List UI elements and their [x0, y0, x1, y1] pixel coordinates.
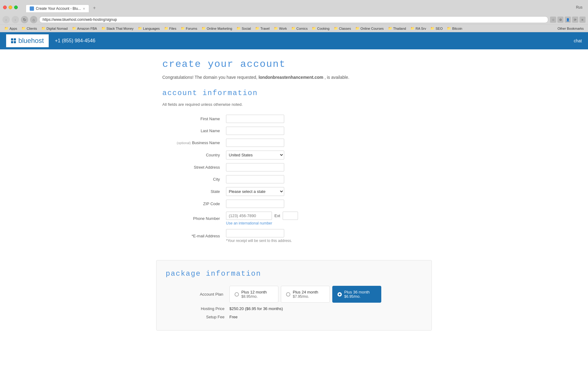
bookmark-label: Clients	[27, 27, 37, 30]
bookmark-seo[interactable]: 📁 SEO	[428, 26, 444, 31]
setup-fee-row: Setup Fee Free	[166, 313, 422, 321]
email-label: *E-mail Address	[162, 227, 224, 245]
new-tab-button[interactable]: +	[90, 4, 99, 12]
other-bookmarks-label: Other Bookmarks	[557, 27, 584, 30]
bookmark-files[interactable]: 📁 Files	[162, 26, 178, 31]
first-name-row: First Name	[162, 113, 426, 125]
street-address-input[interactable]	[226, 163, 284, 171]
reload-button[interactable]: ↻	[21, 16, 28, 23]
city-label: City	[162, 173, 224, 185]
bookmark-thailand[interactable]: 📁 Thailand	[386, 26, 408, 31]
email-row: *E-mail Address *Your receipt will be se…	[162, 227, 426, 245]
ext-input[interactable]	[283, 212, 298, 220]
folder-icon: 📁	[101, 26, 106, 30]
forward-button[interactable]: ›	[12, 16, 19, 23]
active-tab[interactable]: Create Your Account - Blu... ✕	[26, 5, 89, 12]
folder-icon: 📁	[312, 26, 316, 30]
bookmark-bitcoin[interactable]: 📁 Bitcoin	[445, 26, 464, 31]
sync-icon[interactable]: ⟳	[572, 17, 578, 23]
bookmark-forums[interactable]: 📁 Forums	[179, 26, 199, 31]
back-button[interactable]: ‹	[2, 16, 10, 23]
plan-name-24: Plus 24 month	[293, 290, 318, 294]
maximize-button[interactable]	[14, 6, 18, 9]
bookmark-clients[interactable]: 📁 Clients	[20, 26, 39, 31]
first-name-input[interactable]	[226, 115, 284, 123]
hosting-price-note: ($6.95 for 36 months)	[245, 306, 283, 311]
bookmark-amazon-fba[interactable]: 📁 Amazon FBA	[70, 26, 99, 31]
bookmark-languages[interactable]: 📁 Languages	[136, 26, 161, 31]
hosting-price-amount: $250.20 ($6.95 for 36 months)	[229, 306, 283, 311]
address-input[interactable]	[39, 16, 548, 23]
close-button[interactable]	[3, 6, 7, 9]
chat-link[interactable]: chat	[574, 38, 582, 43]
folder-icon: 📁	[274, 26, 278, 30]
site-header: bluehost +1 (855) 984-4546 chat	[0, 32, 588, 49]
international-number-link[interactable]: Use an international number	[226, 221, 423, 225]
account-form: First Name Last Name (optional)Business …	[162, 113, 426, 245]
business-name-input[interactable]	[226, 139, 284, 147]
bookmark-label: Bitcoin	[452, 27, 462, 30]
city-input[interactable]	[226, 175, 284, 183]
bookmark-social[interactable]: 📁 Social	[235, 26, 253, 31]
bookmark-comics[interactable]: 📁 Comics	[289, 26, 310, 31]
plan-price-12: $8.95/mo.	[241, 294, 267, 299]
bookmark-cooking[interactable]: 📁 Cooking	[310, 26, 331, 31]
fields-note: All fields are required unless otherwise…	[162, 102, 426, 107]
first-name-label: First Name	[162, 113, 224, 125]
minimize-button[interactable]	[9, 6, 12, 9]
home-button[interactable]: ⌂	[30, 16, 37, 23]
bookmark-ra-srv[interactable]: 📁 RA Srv	[409, 26, 428, 31]
state-select[interactable]: Please select a state Alabama Alaska Ari…	[226, 187, 284, 196]
bookmark-work[interactable]: 📁 Work	[272, 26, 288, 31]
bookmark-apps[interactable]: 📁 Apps	[2, 26, 19, 31]
bookmark-digital-nomad[interactable]: 📁 Digital Nomad	[40, 26, 70, 31]
plan-price-36: $6.95/mo.	[344, 294, 370, 299]
tab-close-button[interactable]: ✕	[83, 7, 85, 10]
bookmark-classes[interactable]: 📁 Classes	[332, 26, 353, 31]
last-name-input[interactable]	[226, 127, 284, 135]
bookmark-online-courses[interactable]: 📁 Online Courses	[353, 26, 386, 31]
bookmark-other[interactable]: Other Bookmarks	[556, 26, 586, 31]
bookmark-label: Apps	[9, 27, 17, 30]
last-name-label: Last Name	[162, 125, 224, 137]
account-plan-cell: Plus 12 month $8.95/mo. Plus 24 month $7…	[227, 284, 422, 305]
plan-name-12: Plus 12 month	[241, 290, 267, 294]
extensions-icon[interactable]: ⚙	[557, 17, 564, 23]
plan-details-12: Plus 12 month $8.95/mo.	[241, 290, 267, 299]
logo-area[interactable]: bluehost	[6, 34, 49, 47]
folder-icon: 📁	[202, 26, 206, 30]
street-address-label: Street Address	[162, 161, 224, 173]
zip-code-input[interactable]	[226, 200, 284, 208]
setup-fee-label: Setup Fee	[166, 313, 227, 321]
setup-fee-value: Free	[229, 315, 238, 319]
business-name-label: (optional)Business Name	[162, 137, 224, 149]
header-phone: +1 (855) 984-4546	[55, 38, 574, 44]
logo-dot	[11, 41, 13, 43]
business-name-text: Business Name	[192, 140, 220, 145]
street-address-cell	[224, 161, 426, 173]
bookmark-label: SEO	[435, 27, 443, 30]
menu-icon[interactable]: ≡	[579, 17, 586, 23]
hosting-price-row: Hosting Price $250.20 ($6.95 for 36 mont…	[166, 305, 422, 313]
bookmark-stack-that-money[interactable]: 📁 Stack That Money	[100, 26, 135, 31]
phone-input[interactable]	[226, 212, 272, 220]
country-select[interactable]: United States	[226, 151, 284, 159]
plan-option-24[interactable]: Plus 24 month $7.95/mo.	[281, 286, 330, 303]
bookmark-online-marketing[interactable]: 📁 Online Marketing	[200, 26, 234, 31]
bookmark-label: Work	[279, 27, 287, 30]
user-icon[interactable]: 👤	[565, 17, 571, 23]
first-name-cell	[224, 113, 426, 125]
package-form: Account Plan Plus 12 month $8.95/mo.	[166, 284, 422, 321]
bookmark-label: Amazon FBA	[77, 27, 97, 30]
plan-option-12[interactable]: Plus 12 month $8.95/mo.	[229, 286, 278, 303]
domain-congrats: Congratulations! The domain you have req…	[162, 75, 426, 80]
account-section-title: account information	[162, 89, 426, 97]
bookmark-travel[interactable]: 📁 Travel	[253, 26, 271, 31]
hosting-price-cell: $250.20 ($6.95 for 36 months)	[227, 305, 422, 313]
hosting-price-value: $250.20	[229, 306, 244, 311]
folder-icon: 📁	[21, 26, 26, 30]
plan-option-36[interactable]: Plus 36 month $6.95/mo.	[332, 286, 381, 303]
bookmark-star-icon[interactable]: ☆	[550, 17, 556, 23]
package-section-title: package information	[166, 270, 422, 278]
email-input[interactable]	[226, 229, 284, 237]
